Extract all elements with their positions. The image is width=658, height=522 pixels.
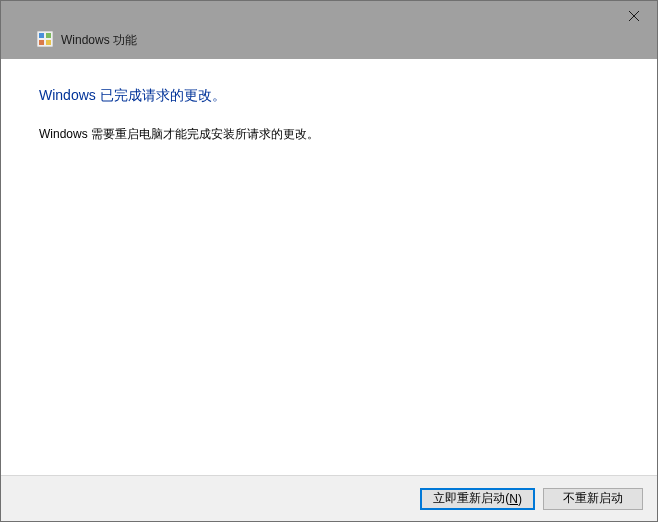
svg-rect-3	[39, 40, 44, 45]
svg-rect-1	[39, 33, 44, 38]
close-button[interactable]	[611, 1, 657, 31]
button-label: 不重新启动	[563, 490, 623, 507]
button-label-prefix: 立即重新启动(	[433, 490, 509, 507]
dialog-heading: Windows 已完成请求的更改。	[39, 87, 619, 105]
dont-restart-button[interactable]: 不重新启动	[543, 488, 643, 510]
close-icon	[629, 7, 639, 25]
dialog-body-text: Windows 需要重启电脑才能完成安装所请求的更改。	[39, 125, 619, 143]
window-title: Windows 功能	[61, 32, 137, 49]
windows-features-icon	[37, 31, 53, 47]
titlebar: Windows 功能	[1, 1, 657, 59]
restart-now-button[interactable]: 立即重新启动(N)	[420, 488, 535, 510]
dialog-footer: 立即重新启动(N) 不重新启动	[1, 475, 657, 521]
dialog-content: Windows 已完成请求的更改。 Windows 需要重启电脑才能完成安装所请…	[1, 59, 657, 143]
svg-rect-2	[46, 33, 51, 38]
svg-rect-4	[46, 40, 51, 45]
button-label-suffix: )	[518, 492, 522, 506]
button-mnemonic: N	[509, 492, 518, 506]
